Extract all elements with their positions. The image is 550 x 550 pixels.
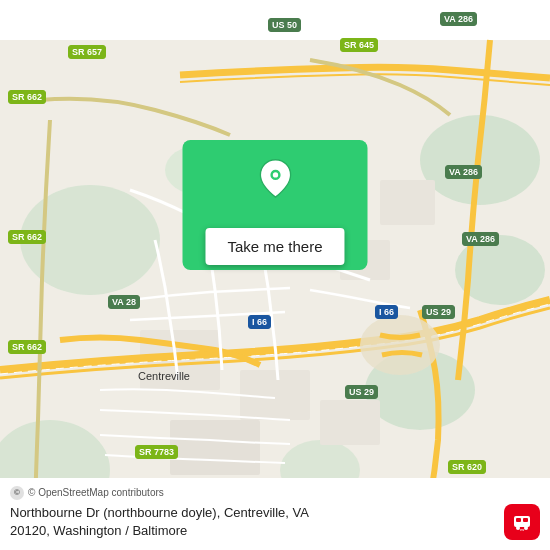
moovit-bus-icon: m <box>504 504 540 540</box>
svg-text:m: m <box>520 527 524 532</box>
svg-rect-12 <box>380 180 435 225</box>
svg-rect-18 <box>516 518 521 522</box>
copyright-row: © © OpenStreetMap contributors <box>10 486 540 500</box>
address-line1: Northbourne Dr (northbourne doyle), Cent… <box>10 505 309 520</box>
moovit-logo: m <box>504 504 540 540</box>
road-label-va286-top: VA 286 <box>440 12 477 26</box>
svg-rect-11 <box>170 420 260 475</box>
road-label-i66-left: I 66 <box>248 315 271 329</box>
road-label-va286-mid: VA 286 <box>445 165 482 179</box>
road-label-sr662-top: SR 662 <box>8 90 46 104</box>
svg-point-14 <box>360 315 440 375</box>
svg-rect-19 <box>523 518 528 522</box>
copyright-text: © OpenStreetMap contributors <box>28 487 164 498</box>
road-label-sr7783: SR 7783 <box>135 445 178 459</box>
road-label-i66-right: I 66 <box>375 305 398 319</box>
svg-point-16 <box>272 172 277 177</box>
road-label-us29-bot: US 29 <box>345 385 378 399</box>
map-container: US 50 VA 286 VA 286 VA 286 SR 657 SR 645… <box>0 0 550 550</box>
location-pin-icon <box>255 158 295 198</box>
svg-point-21 <box>524 526 528 530</box>
road-label-us50: US 50 <box>268 18 301 32</box>
road-label-sr662-mid: SR 662 <box>8 230 46 244</box>
road-label-us29-mid: US 29 <box>422 305 455 319</box>
address-row: Northbourne Dr (northbourne doyle), Cent… <box>10 504 540 540</box>
svg-rect-10 <box>320 400 380 445</box>
take-me-there-button[interactable]: Take me there <box>205 228 344 265</box>
bottom-panel: © © OpenStreetMap contributors Northbour… <box>0 478 550 550</box>
road-label-sr620: SR 620 <box>448 460 486 474</box>
place-label-centreville: Centreville <box>138 370 190 382</box>
road-label-va286-right2: VA 286 <box>462 232 499 246</box>
road-label-sr645: SR 645 <box>340 38 378 52</box>
road-label-sr662-bot: SR 662 <box>8 340 46 354</box>
osm-icon: © <box>10 486 24 500</box>
moovit-icon-svg: m <box>511 511 533 533</box>
road-label-sr657: SR 657 <box>68 45 106 59</box>
address-line2: 20120, Washington / Baltimore <box>10 523 187 538</box>
address-text: Northbourne Dr (northbourne doyle), Cent… <box>10 504 504 540</box>
road-label-va28: VA 28 <box>108 295 140 309</box>
